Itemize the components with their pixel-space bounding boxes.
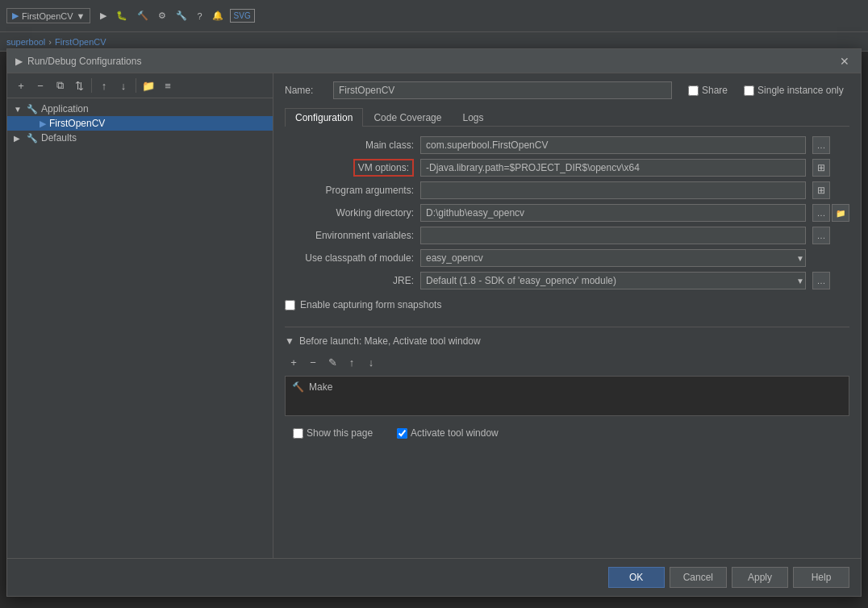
run-debug-icon: ▶ <box>15 56 23 67</box>
run-debug-dialog: ▶ Run/Debug Configurations ✕ + − ⧉ <box>6 48 862 597</box>
enable-snapshots-checkbox[interactable] <box>285 300 295 310</box>
program-args-expand-button[interactable]: ⊞ <box>812 181 830 199</box>
notifications-button[interactable]: 🔔 <box>209 9 227 23</box>
remove-config-button[interactable]: − <box>31 77 49 94</box>
working-dir-folder-button[interactable]: 📁 <box>832 204 849 222</box>
env-vars-input[interactable] <box>420 227 806 244</box>
activate-tool-window-checkbox[interactable] <box>397 428 407 439</box>
show-page-checkbox-label: Show this page <box>293 427 373 439</box>
show-page-label[interactable]: Show this page <box>307 427 373 439</box>
before-launch-section: ▼ Before launch: Make, Activate tool win… <box>285 327 849 416</box>
run-config-selector[interactable]: ▶ FirstOpenCV ▼ <box>6 8 90 23</box>
tree-item-defaults[interactable]: ▶ 🔧 Defaults <box>7 131 273 145</box>
tree-label-application: Application <box>41 103 89 115</box>
tree-item-application[interactable]: ▼ 🔧 Application <box>7 102 273 116</box>
before-launch-edit-button[interactable]: ✎ <box>323 353 341 371</box>
add-config-button[interactable]: + <box>12 77 30 94</box>
single-instance-checkbox-label: Single instance only <box>744 85 844 96</box>
make-label: Make <box>309 381 332 393</box>
main-class-browse-button[interactable]: … <box>812 136 830 154</box>
main-class-input[interactable] <box>420 136 806 154</box>
before-launch-title: Before launch: Make, Activate tool windo… <box>299 335 481 347</box>
help-toolbar-button[interactable]: ? <box>194 9 205 23</box>
before-launch-toolbar: + − ✎ ↑ ↓ <box>285 353 849 371</box>
defaults-icon: 🔧 <box>27 133 38 144</box>
tab-code-coverage[interactable]: Code Coverage <box>363 108 452 127</box>
jre-select[interactable]: Default (1.8 - SDK of 'easy_opencv' modu… <box>420 272 806 289</box>
classpath-label: Use classpath of module: <box>285 252 414 264</box>
main-class-label: Main class: <box>285 140 414 151</box>
working-dir-input[interactable] <box>420 204 806 222</box>
config-form: Main class: … VM options: ⊞ Program argu… <box>285 136 849 289</box>
profile-button[interactable]: ⚙ <box>155 9 169 23</box>
apply-button[interactable]: Apply <box>732 567 788 588</box>
dialog-body: + − ⧉ ⇅ ↑ ↓ <box>7 73 861 558</box>
tree-toggle-defaults: ▶ <box>14 134 23 143</box>
share-label: Share <box>702 85 728 96</box>
help-button[interactable]: Help <box>793 567 849 588</box>
debug-button[interactable]: 🐛 <box>113 9 131 23</box>
dialog-close-button[interactable]: ✕ <box>837 53 853 69</box>
tree-label-firstopencv: FirstOpenCV <box>49 118 105 129</box>
single-instance-checkbox[interactable] <box>744 85 754 96</box>
folder-button[interactable]: 📁 <box>140 77 157 94</box>
before-launch-add-button[interactable]: + <box>285 353 303 371</box>
left-toolbar: + − ⧉ ⇅ ↑ ↓ <box>7 73 273 98</box>
dialog-footer: OK Cancel Apply Help <box>7 558 861 596</box>
working-dir-browse-button[interactable]: … <box>812 204 830 222</box>
share-checkbox[interactable] <box>688 85 699 96</box>
tab-logs[interactable]: Logs <box>452 108 494 127</box>
share-checkbox-label: Share <box>688 85 728 96</box>
name-row: Name: Share Single instance only <box>285 81 849 99</box>
launch-list-item[interactable]: 🔨 Make <box>289 380 845 394</box>
tree-item-firstopencv[interactable]: ▶ FirstOpenCV <box>7 116 273 131</box>
ok-button[interactable]: OK <box>608 567 665 588</box>
working-dir-label: Working directory: <box>285 207 414 219</box>
tree-toggle-application: ▼ <box>14 105 23 114</box>
right-panel: Name: Share Single instance only Configu… <box>273 73 861 558</box>
tab-configuration[interactable]: Configuration <box>285 108 363 127</box>
sort-button[interactable]: ≡ <box>159 77 177 94</box>
show-page-checkbox[interactable] <box>293 428 303 439</box>
svg-button[interactable]: SVG <box>230 9 255 23</box>
make-icon: 🔨 <box>292 381 304 393</box>
settings-button[interactable]: 🔧 <box>173 9 190 23</box>
program-args-input[interactable] <box>420 181 806 199</box>
share-config-button[interactable]: ⇅ <box>70 77 88 94</box>
copy-config-button[interactable]: ⧉ <box>51 77 69 94</box>
run-config-name: FirstOpenCV <box>22 11 73 21</box>
dropdown-arrow-icon: ▼ <box>77 11 86 21</box>
cancel-button[interactable]: Cancel <box>670 567 727 588</box>
enable-snapshots-label[interactable]: Enable capturing form snapshots <box>300 299 441 310</box>
move-up-button[interactable]: ↑ <box>95 77 113 94</box>
left-panel: + − ⧉ ⇅ ↑ ↓ <box>7 73 273 558</box>
dialog-title-bar: ▶ Run/Debug Configurations ✕ <box>7 49 861 73</box>
before-launch-down-button[interactable]: ↓ <box>362 353 380 371</box>
before-launch-list: 🔨 Make <box>285 376 849 416</box>
name-input[interactable] <box>333 81 672 99</box>
bottom-checkboxes: Show this page Activate tool window <box>285 427 849 439</box>
before-launch-header: ▼ Before launch: Make, Activate tool win… <box>285 335 849 347</box>
before-launch-toggle-icon[interactable]: ▼ <box>285 335 294 347</box>
classpath-select[interactable]: easy_opencv <box>420 249 806 267</box>
run-icon: ▶ <box>12 10 19 21</box>
activate-tool-window-label[interactable]: Activate tool window <box>411 427 499 439</box>
jre-select-wrapper: Default (1.8 - SDK of 'easy_opencv' modu… <box>420 272 806 289</box>
program-args-label: Program arguments: <box>285 185 414 196</box>
run-button[interactable]: ▶ <box>97 9 110 23</box>
build-button[interactable]: 🔨 <box>134 9 152 23</box>
toolbar-separator <box>91 78 92 93</box>
classpath-select-wrapper: easy_opencv ▼ <box>420 249 806 267</box>
vm-options-input[interactable] <box>420 159 806 177</box>
jre-browse-button[interactable]: … <box>812 272 830 289</box>
vm-options-expand-button[interactable]: ⊞ <box>812 159 830 177</box>
move-down-button[interactable]: ↓ <box>115 77 132 94</box>
before-launch-up-button[interactable]: ↑ <box>343 353 361 371</box>
env-vars-browse-button[interactable]: … <box>812 227 830 244</box>
config-tree: ▼ 🔧 Application ▶ FirstOpenCV ▶ 🔧 Defaul… <box>7 98 273 558</box>
snapshots-checkbox-row: Enable capturing form snapshots <box>285 299 849 310</box>
env-vars-label: Environment variables: <box>285 230 414 241</box>
before-launch-remove-button[interactable]: − <box>304 353 322 371</box>
activate-tool-window-checkbox-label: Activate tool window <box>397 427 499 439</box>
dialog-title-text: Run/Debug Configurations <box>27 56 141 67</box>
